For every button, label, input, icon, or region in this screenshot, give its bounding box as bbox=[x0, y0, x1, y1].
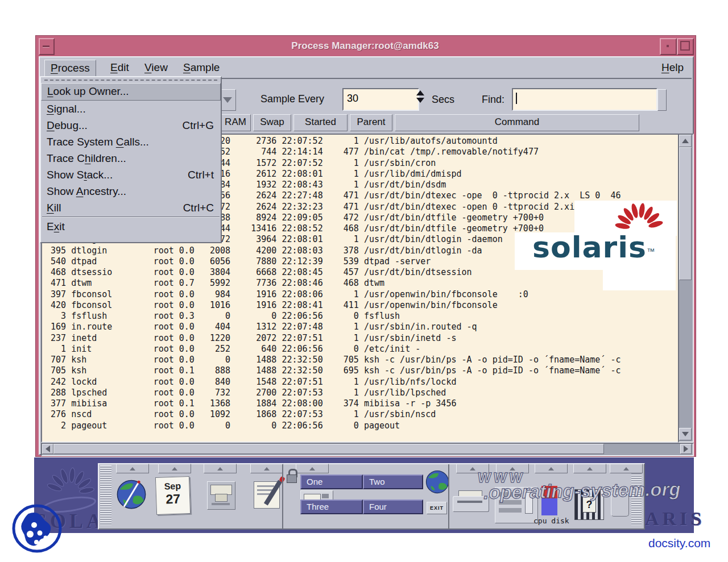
scroll-up-icon bbox=[682, 139, 689, 143]
calendar-day: 27 bbox=[156, 491, 190, 507]
arrow-up-icon bbox=[130, 467, 135, 471]
arrow-up-icon bbox=[172, 467, 177, 471]
subpanel-arrow-tab[interactable] bbox=[610, 464, 643, 473]
menu-view[interactable]: View bbox=[139, 60, 173, 76]
table-row[interactable]: 707 ksh root 0.0 0 1488 22:32:50 705 ksh… bbox=[42, 355, 678, 365]
arrow-up-icon bbox=[587, 467, 593, 471]
panel-divider bbox=[448, 464, 449, 528]
globe-icon[interactable] bbox=[115, 478, 148, 511]
column-header-ram[interactable]: RAM bbox=[220, 114, 251, 131]
table-row[interactable]: 1 init root 0.0 252 640 22:06:56 0 /etc/… bbox=[42, 344, 678, 355]
solaris-wordmark: solaris™ bbox=[532, 231, 655, 263]
scroll-up-button[interactable] bbox=[679, 135, 692, 147]
docsity-watermark-text: docsity.com bbox=[648, 536, 722, 550]
subpanel-arrow-tab[interactable] bbox=[296, 464, 329, 473]
menu-edit[interactable]: Edit bbox=[105, 60, 135, 76]
find-input[interactable] bbox=[512, 88, 657, 111]
menu-item-show-ancestry[interactable]: Show Ancestry... bbox=[41, 183, 221, 199]
docsity-logo-icon bbox=[11, 503, 63, 553]
spinner-up-icon[interactable] bbox=[416, 90, 424, 95]
table-row[interactable]: 242 lockd root 0.0 840 1548 22:07:51 1 /… bbox=[42, 377, 678, 388]
menu-item-signal[interactable]: Signal... bbox=[41, 101, 221, 117]
panel-divider bbox=[282, 464, 283, 528]
find-combo-stub[interactable] bbox=[657, 89, 667, 111]
menu-help[interactable]: Help bbox=[656, 60, 689, 76]
secs-label: Secs bbox=[432, 94, 454, 106]
table-row[interactable]: 377 mibiisa root 0.1 1368 1884 22:08:00 … bbox=[42, 398, 678, 409]
combo-arrow-icon bbox=[223, 97, 232, 103]
workspace-button-three[interactable]: Three bbox=[300, 499, 363, 514]
calendar-month: Sep bbox=[156, 481, 189, 492]
arrow-up-icon bbox=[264, 467, 270, 471]
scroll-down-button[interactable] bbox=[679, 428, 692, 440]
menu-sample[interactable]: Sample bbox=[177, 60, 225, 76]
scroll-right-icon bbox=[684, 446, 688, 452]
sample-spinner[interactable] bbox=[415, 88, 427, 109]
process-menu-dropdown: Look up Owner... Signal... Debug... Ctrl… bbox=[40, 76, 222, 243]
panel-watermark-line2: .operating-system.org bbox=[483, 478, 681, 503]
column-header-started[interactable]: Started bbox=[293, 114, 348, 131]
scroll-down-icon bbox=[682, 432, 689, 436]
scroll-left-button[interactable] bbox=[42, 444, 53, 454]
minimize-button[interactable] bbox=[660, 38, 677, 55]
exit-button[interactable]: EXIT bbox=[427, 502, 447, 514]
find-label: Find: bbox=[482, 94, 504, 106]
menu-item-trace-children[interactable]: Trace Children... bbox=[41, 150, 221, 166]
subpanel-arrow-tab[interactable] bbox=[573, 464, 606, 473]
menu-item-exit[interactable]: Exit bbox=[41, 218, 221, 235]
subpanel-arrow-tab[interactable] bbox=[535, 464, 568, 473]
menu-item-kill[interactable]: Kill Ctrl+C bbox=[41, 199, 221, 216]
column-header-swap[interactable]: Swap bbox=[253, 114, 291, 131]
table-row[interactable]: 397 fbconsol root 0.0 984 1916 22:08:06 … bbox=[42, 289, 678, 300]
title-bar[interactable]: Process Manager:root@amdk63 bbox=[39, 38, 692, 54]
arrow-up-icon bbox=[548, 467, 554, 471]
table-row[interactable]: 705 ksh root 0.1 888 1488 22:32:50 695 k… bbox=[42, 365, 678, 376]
screenshot-root: SOLA ARIS docsity.com bbox=[0, 0, 728, 562]
table-row[interactable]: 3 fsflush root 0.3 0 0 22:06:56 0 fsflus… bbox=[42, 311, 678, 322]
scroll-right-button[interactable] bbox=[680, 444, 692, 454]
menu-process[interactable]: Process bbox=[44, 60, 96, 77]
subpanel-arrow-tab[interactable] bbox=[158, 464, 191, 473]
table-row[interactable]: 288 lpsched root 0.0 732 2700 22:07:53 1… bbox=[42, 388, 678, 398]
horizontal-scroll-thumb[interactable] bbox=[53, 444, 604, 454]
arrow-up-icon bbox=[309, 467, 315, 471]
vertical-scroll-thumb[interactable] bbox=[679, 147, 692, 280]
calendar-icon[interactable]: Sep 27 bbox=[155, 476, 191, 515]
menu-item-trace-system-calls[interactable]: Trace System Calls... bbox=[41, 134, 221, 150]
horizontal-scrollbar[interactable] bbox=[41, 443, 694, 456]
menu-item-show-stack[interactable]: Show Stack... Ctrl+t bbox=[41, 166, 221, 183]
window-title: Process Manager:root@amdk63 bbox=[39, 38, 692, 54]
text-cursor bbox=[516, 93, 517, 104]
table-row[interactable]: 420 fbconsol root 0.0 1016 1916 22:08:41… bbox=[42, 300, 678, 311]
solaris-sun-icon bbox=[610, 197, 669, 234]
spinner-down-icon[interactable] bbox=[416, 98, 424, 103]
table-row[interactable]: 276 nscd root 0.0 1092 1868 22:07:53 1 /… bbox=[42, 409, 678, 420]
panel-left-grip[interactable] bbox=[100, 465, 111, 525]
vertical-scrollbar[interactable] bbox=[678, 134, 694, 443]
file-cabinet-icon[interactable] bbox=[204, 479, 238, 511]
text-editor-icon[interactable] bbox=[251, 477, 289, 512]
padlock-icon[interactable] bbox=[287, 469, 297, 484]
table-row[interactable]: 169 in.route root 0.0 404 1312 22:07:48 … bbox=[42, 322, 678, 332]
workspace-button-four[interactable]: Four bbox=[363, 499, 423, 514]
maximize-icon bbox=[680, 41, 690, 51]
minimize-icon bbox=[667, 45, 669, 47]
busy-globe-icon[interactable] bbox=[424, 469, 450, 495]
menu-item-look-up-owner[interactable]: Look up Owner... bbox=[41, 83, 221, 101]
subpanel-arrow-tab[interactable] bbox=[204, 464, 237, 473]
arrow-up-icon bbox=[470, 467, 475, 471]
menu-tearoff-handle[interactable] bbox=[44, 80, 217, 81]
menu-item-debug[interactable]: Debug... Ctrl+G bbox=[41, 117, 221, 134]
subpanel-arrow-tab[interactable] bbox=[250, 464, 283, 473]
column-header-parent[interactable]: Parent bbox=[350, 114, 392, 131]
table-row[interactable]: 471 dtwm root 0.7 5992 7736 22:08:46 468… bbox=[42, 278, 678, 289]
meter-label: cpu disk bbox=[533, 517, 573, 525]
workspace-button-one[interactable]: One bbox=[300, 474, 363, 489]
workspace-button-two[interactable]: Two bbox=[363, 474, 423, 489]
maximize-button[interactable] bbox=[677, 38, 694, 55]
table-row[interactable]: 2 pageout root 0.0 0 0 22:06:56 0 pageou… bbox=[42, 421, 678, 431]
sample-interval-input[interactable]: 30 bbox=[342, 88, 419, 111]
subpanel-arrow-tab[interactable] bbox=[116, 464, 149, 473]
column-header-command[interactable]: Command bbox=[395, 114, 639, 131]
table-row[interactable]: 237 inetd root 0.0 1220 2072 22:07:51 1 … bbox=[42, 333, 678, 344]
